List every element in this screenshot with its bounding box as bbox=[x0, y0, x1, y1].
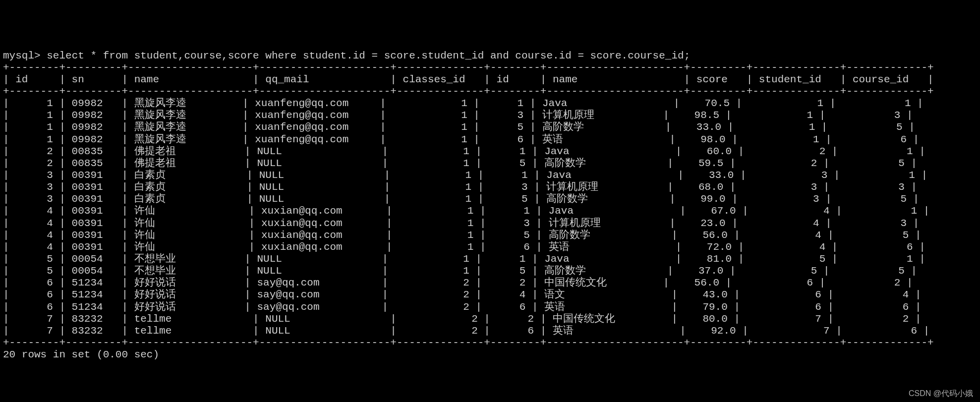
row-summary: 20 rows in set (0.00 sec) bbox=[3, 349, 159, 360]
result-table: +--------+---------+--------------------… bbox=[3, 62, 934, 348]
sql-query: select * from student,course,score where… bbox=[47, 50, 690, 61]
watermark: CSDN @代码小娥 bbox=[909, 389, 973, 398]
mysql-prompt: mysql> bbox=[3, 50, 47, 61]
terminal-output: mysql> select * from student,course,scor… bbox=[3, 50, 977, 361]
